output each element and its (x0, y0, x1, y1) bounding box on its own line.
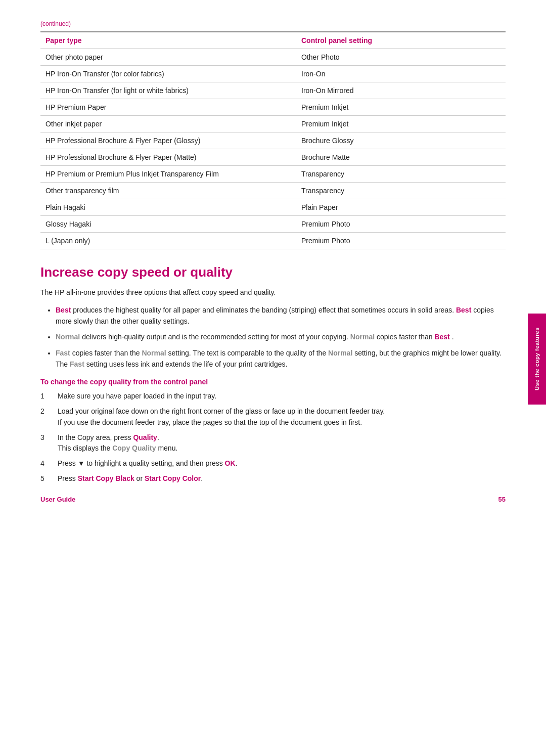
col-header-paper-type: Paper type (40, 32, 296, 49)
step-2-num: 2 (40, 406, 50, 428)
subheading: To change the copy quality from the cont… (40, 378, 506, 386)
page: (continued) Paper type Control panel set… (0, 0, 546, 518)
keyword-start-copy-black: Start Copy Black (78, 474, 134, 482)
keyword-start-copy-color: Start Copy Color (145, 474, 201, 482)
step-3: 3 In the Copy area, press Quality. This … (40, 432, 506, 454)
table-row: HP Premium or Premium Plus Inkjet Transp… (40, 166, 506, 183)
table-row: Other inkjet paperPremium Inkjet (40, 116, 506, 132)
keyword-normal-1: Normal (56, 333, 80, 341)
table-row: Other photo paperOther Photo (40, 49, 506, 66)
table-row: HP Professional Brochure & Flyer Paper (… (40, 132, 506, 149)
table-row: HP Iron-On Transfer (for light or white … (40, 82, 506, 99)
step-3-num: 3 (40, 432, 50, 454)
control-setting-cell: Transparency (296, 166, 506, 183)
table-row: L (Japan only)Premium Photo (40, 233, 506, 249)
paper-type-cell: HP Iron-On Transfer (for color fabrics) (40, 66, 296, 82)
normal-text-1: delivers high-quality output and is the … (82, 333, 350, 341)
continued-label: (continued) (40, 20, 506, 27)
keyword-fast-2: Fast (70, 360, 84, 368)
step-2: 2 Load your original face down on the ri… (40, 406, 506, 428)
paper-type-cell: HP Iron-On Transfer (for light or white … (40, 82, 296, 99)
keyword-normal-inline-2: Normal (328, 349, 352, 357)
footer-user-guide: User Guide (40, 496, 75, 503)
step-1: 1 Make sure you have paper loaded in the… (40, 391, 506, 402)
paper-type-cell: Other inkjet paper (40, 116, 296, 132)
normal-text-3: . (452, 333, 454, 341)
keyword-copy-quality: Copy Quality (112, 444, 156, 452)
paper-type-cell: Other transparency film (40, 183, 296, 199)
fast-text-4: setting uses less ink and extends the li… (86, 360, 288, 368)
keyword-normal-2: Normal (350, 333, 375, 341)
step-4: 4 Press ▼ to highlight a quality setting… (40, 458, 506, 469)
fast-text-2: setting. The text is comparable to the q… (168, 349, 328, 357)
keyword-fast-1: Fast (56, 349, 70, 357)
table-row: HP Professional Brochure & Flyer Paper (… (40, 149, 506, 166)
keyword-quality: Quality (133, 433, 157, 441)
intro-paragraph: The HP all-in-one provides three options… (40, 287, 506, 298)
control-setting-cell: Iron-On (296, 66, 506, 82)
paper-type-cell: Plain Hagaki (40, 199, 296, 216)
paper-type-cell: HP Professional Brochure & Flyer Paper (… (40, 149, 296, 166)
paper-type-cell: HP Professional Brochure & Flyer Paper (… (40, 132, 296, 149)
control-setting-cell: Transparency (296, 183, 506, 199)
section-heading: Increase copy speed or quality (40, 264, 506, 280)
control-setting-cell: Iron-On Mirrored (296, 82, 506, 99)
steps-list: 1 Make sure you have paper loaded in the… (40, 391, 506, 484)
keyword-best-2: Best (456, 306, 471, 314)
control-setting-cell: Premium Photo (296, 233, 506, 249)
step-2-content: Load your original face down on the righ… (58, 406, 506, 428)
step-1-content: Make sure you have paper loaded in the i… (58, 391, 506, 402)
fast-text-1: copies faster than the (72, 349, 142, 357)
control-setting-cell: Premium Inkjet (296, 99, 506, 116)
step-3-content: In the Copy area, press Quality. This di… (58, 432, 506, 454)
keyword-ok: OK (225, 459, 236, 467)
col-header-control-setting: Control panel setting (296, 32, 506, 49)
table-row: Plain HagakiPlain Paper (40, 199, 506, 216)
step-4-num: 4 (40, 458, 50, 469)
step-4-content: Press ▼ to highlight a quality setting, … (58, 458, 506, 469)
control-setting-cell: Brochure Matte (296, 149, 506, 166)
step-1-num: 1 (40, 391, 50, 402)
table-row: Glossy HagakiPremium Photo (40, 216, 506, 233)
step-5-num: 5 (40, 473, 50, 484)
paper-type-cell: Glossy Hagaki (40, 216, 296, 233)
list-item-normal: Normal delivers high-quality output and … (56, 332, 506, 343)
control-setting-cell: Premium Photo (296, 216, 506, 233)
step-5-content: Press Start Copy Black or Start Copy Col… (58, 473, 506, 484)
paper-type-cell: L (Japan only) (40, 233, 296, 249)
control-setting-cell: Brochure Glossy (296, 132, 506, 149)
best-text-1: produces the highest quality for all pap… (73, 306, 456, 314)
keyword-normal-inline-1: Normal (142, 349, 166, 357)
paper-type-cell: HP Premium Paper (40, 99, 296, 116)
paper-type-cell: Other photo paper (40, 49, 296, 66)
side-tab: Use the copy features (528, 314, 546, 405)
footer-page-number: 55 (498, 496, 506, 503)
list-item-fast: Fast copies faster than the Normal setti… (56, 348, 506, 370)
control-setting-cell: Other Photo (296, 49, 506, 66)
control-setting-cell: Premium Inkjet (296, 116, 506, 132)
footer: User Guide 55 (40, 496, 506, 503)
paper-type-cell: HP Premium or Premium Plus Inkjet Transp… (40, 166, 296, 183)
table-row: HP Iron-On Transfer (for color fabrics)I… (40, 66, 506, 82)
keyword-best-1: Best (56, 306, 71, 314)
list-item-best: Best produces the highest quality for al… (56, 305, 506, 327)
table-row: HP Premium PaperPremium Inkjet (40, 99, 506, 116)
keyword-best-inline: Best (434, 333, 449, 341)
normal-text-2: copies faster than (377, 333, 434, 341)
table-row: Other transparency filmTransparency (40, 183, 506, 199)
control-setting-cell: Plain Paper (296, 199, 506, 216)
bullet-list: Best produces the highest quality for al… (56, 305, 506, 370)
paper-type-table: Paper type Control panel setting Other p… (40, 31, 506, 249)
step-5: 5 Press Start Copy Black or Start Copy C… (40, 473, 506, 484)
